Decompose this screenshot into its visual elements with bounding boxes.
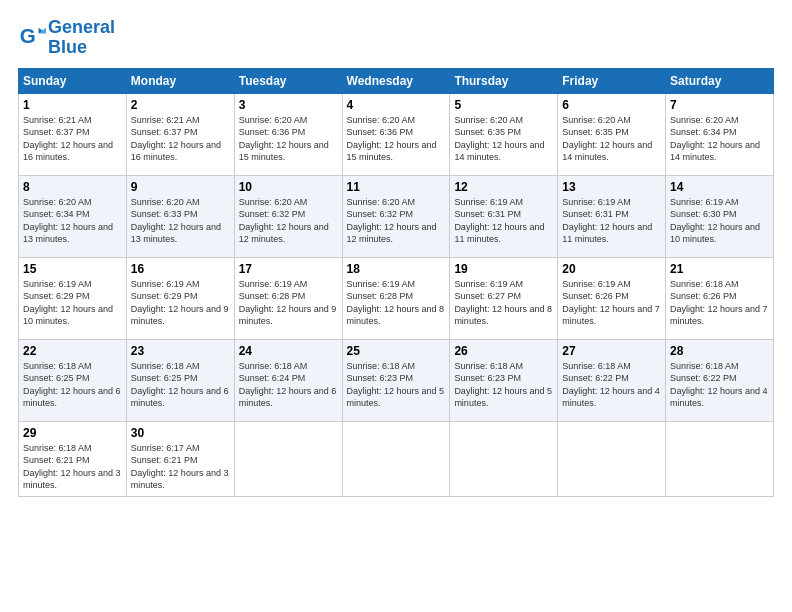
calendar-cell: 18Sunrise: 6:19 AMSunset: 6:28 PMDayligh… bbox=[342, 257, 450, 339]
day-info: Sunrise: 6:19 AMSunset: 6:26 PMDaylight:… bbox=[562, 278, 661, 328]
day-number: 22 bbox=[23, 344, 122, 358]
calendar-cell: 5Sunrise: 6:20 AMSunset: 6:35 PMDaylight… bbox=[450, 93, 558, 175]
day-info: Sunrise: 6:20 AMSunset: 6:36 PMDaylight:… bbox=[239, 114, 338, 164]
day-info: Sunrise: 6:20 AMSunset: 6:34 PMDaylight:… bbox=[23, 196, 122, 246]
weekday-header-saturday: Saturday bbox=[666, 68, 774, 93]
day-info: Sunrise: 6:20 AMSunset: 6:35 PMDaylight:… bbox=[454, 114, 553, 164]
weekday-header-friday: Friday bbox=[558, 68, 666, 93]
calendar-week-row: 22Sunrise: 6:18 AMSunset: 6:25 PMDayligh… bbox=[19, 339, 774, 421]
day-number: 1 bbox=[23, 98, 122, 112]
calendar-cell: 4Sunrise: 6:20 AMSunset: 6:36 PMDaylight… bbox=[342, 93, 450, 175]
weekday-header-sunday: Sunday bbox=[19, 68, 127, 93]
day-info: Sunrise: 6:18 AMSunset: 6:22 PMDaylight:… bbox=[670, 360, 769, 410]
calendar-cell: 1Sunrise: 6:21 AMSunset: 6:37 PMDaylight… bbox=[19, 93, 127, 175]
day-number: 24 bbox=[239, 344, 338, 358]
day-info: Sunrise: 6:20 AMSunset: 6:34 PMDaylight:… bbox=[670, 114, 769, 164]
day-number: 25 bbox=[347, 344, 446, 358]
day-info: Sunrise: 6:20 AMSunset: 6:35 PMDaylight:… bbox=[562, 114, 661, 164]
day-number: 3 bbox=[239, 98, 338, 112]
calendar-cell bbox=[342, 421, 450, 496]
calendar-cell: 28Sunrise: 6:18 AMSunset: 6:22 PMDayligh… bbox=[666, 339, 774, 421]
weekday-header-thursday: Thursday bbox=[450, 68, 558, 93]
svg-text:G: G bbox=[20, 24, 36, 47]
calendar-cell: 3Sunrise: 6:20 AMSunset: 6:36 PMDaylight… bbox=[234, 93, 342, 175]
day-info: Sunrise: 6:20 AMSunset: 6:32 PMDaylight:… bbox=[347, 196, 446, 246]
day-number: 11 bbox=[347, 180, 446, 194]
calendar-table: SundayMondayTuesdayWednesdayThursdayFrid… bbox=[18, 68, 774, 497]
calendar-cell: 13Sunrise: 6:19 AMSunset: 6:31 PMDayligh… bbox=[558, 175, 666, 257]
logo-text: General Blue bbox=[48, 18, 115, 58]
calendar-cell: 24Sunrise: 6:18 AMSunset: 6:24 PMDayligh… bbox=[234, 339, 342, 421]
day-number: 12 bbox=[454, 180, 553, 194]
calendar-cell: 2Sunrise: 6:21 AMSunset: 6:37 PMDaylight… bbox=[126, 93, 234, 175]
calendar-cell: 21Sunrise: 6:18 AMSunset: 6:26 PMDayligh… bbox=[666, 257, 774, 339]
day-info: Sunrise: 6:21 AMSunset: 6:37 PMDaylight:… bbox=[23, 114, 122, 164]
day-info: Sunrise: 6:21 AMSunset: 6:37 PMDaylight:… bbox=[131, 114, 230, 164]
day-number: 14 bbox=[670, 180, 769, 194]
day-number: 30 bbox=[131, 426, 230, 440]
header: G General Blue bbox=[18, 18, 774, 58]
calendar-cell: 23Sunrise: 6:18 AMSunset: 6:25 PMDayligh… bbox=[126, 339, 234, 421]
calendar-week-row: 8Sunrise: 6:20 AMSunset: 6:34 PMDaylight… bbox=[19, 175, 774, 257]
calendar-cell: 7Sunrise: 6:20 AMSunset: 6:34 PMDaylight… bbox=[666, 93, 774, 175]
calendar-cell: 9Sunrise: 6:20 AMSunset: 6:33 PMDaylight… bbox=[126, 175, 234, 257]
weekday-header-monday: Monday bbox=[126, 68, 234, 93]
day-info: Sunrise: 6:17 AMSunset: 6:21 PMDaylight:… bbox=[131, 442, 230, 492]
calendar-week-row: 1Sunrise: 6:21 AMSunset: 6:37 PMDaylight… bbox=[19, 93, 774, 175]
day-info: Sunrise: 6:18 AMSunset: 6:25 PMDaylight:… bbox=[131, 360, 230, 410]
calendar-cell: 15Sunrise: 6:19 AMSunset: 6:29 PMDayligh… bbox=[19, 257, 127, 339]
calendar-cell: 22Sunrise: 6:18 AMSunset: 6:25 PMDayligh… bbox=[19, 339, 127, 421]
day-number: 21 bbox=[670, 262, 769, 276]
day-number: 26 bbox=[454, 344, 553, 358]
calendar-cell: 25Sunrise: 6:18 AMSunset: 6:23 PMDayligh… bbox=[342, 339, 450, 421]
calendar-cell: 26Sunrise: 6:18 AMSunset: 6:23 PMDayligh… bbox=[450, 339, 558, 421]
day-number: 5 bbox=[454, 98, 553, 112]
day-info: Sunrise: 6:19 AMSunset: 6:28 PMDaylight:… bbox=[347, 278, 446, 328]
day-info: Sunrise: 6:18 AMSunset: 6:24 PMDaylight:… bbox=[239, 360, 338, 410]
calendar-cell bbox=[450, 421, 558, 496]
calendar-cell: 6Sunrise: 6:20 AMSunset: 6:35 PMDaylight… bbox=[558, 93, 666, 175]
day-number: 16 bbox=[131, 262, 230, 276]
day-number: 10 bbox=[239, 180, 338, 194]
day-number: 29 bbox=[23, 426, 122, 440]
day-number: 20 bbox=[562, 262, 661, 276]
day-info: Sunrise: 6:20 AMSunset: 6:33 PMDaylight:… bbox=[131, 196, 230, 246]
day-info: Sunrise: 6:18 AMSunset: 6:25 PMDaylight:… bbox=[23, 360, 122, 410]
weekday-header-wednesday: Wednesday bbox=[342, 68, 450, 93]
day-number: 4 bbox=[347, 98, 446, 112]
logo: G General Blue bbox=[18, 18, 115, 58]
logo-icon: G bbox=[18, 24, 46, 52]
calendar-cell: 19Sunrise: 6:19 AMSunset: 6:27 PMDayligh… bbox=[450, 257, 558, 339]
day-info: Sunrise: 6:20 AMSunset: 6:36 PMDaylight:… bbox=[347, 114, 446, 164]
day-info: Sunrise: 6:18 AMSunset: 6:22 PMDaylight:… bbox=[562, 360, 661, 410]
day-number: 19 bbox=[454, 262, 553, 276]
calendar-cell bbox=[558, 421, 666, 496]
day-number: 2 bbox=[131, 98, 230, 112]
calendar-week-row: 29Sunrise: 6:18 AMSunset: 6:21 PMDayligh… bbox=[19, 421, 774, 496]
day-number: 7 bbox=[670, 98, 769, 112]
day-number: 18 bbox=[347, 262, 446, 276]
calendar-cell: 14Sunrise: 6:19 AMSunset: 6:30 PMDayligh… bbox=[666, 175, 774, 257]
day-number: 27 bbox=[562, 344, 661, 358]
calendar-cell: 17Sunrise: 6:19 AMSunset: 6:28 PMDayligh… bbox=[234, 257, 342, 339]
day-info: Sunrise: 6:18 AMSunset: 6:23 PMDaylight:… bbox=[454, 360, 553, 410]
day-info: Sunrise: 6:18 AMSunset: 6:26 PMDaylight:… bbox=[670, 278, 769, 328]
calendar-cell: 8Sunrise: 6:20 AMSunset: 6:34 PMDaylight… bbox=[19, 175, 127, 257]
calendar-week-row: 15Sunrise: 6:19 AMSunset: 6:29 PMDayligh… bbox=[19, 257, 774, 339]
weekday-header-row: SundayMondayTuesdayWednesdayThursdayFrid… bbox=[19, 68, 774, 93]
day-info: Sunrise: 6:19 AMSunset: 6:31 PMDaylight:… bbox=[562, 196, 661, 246]
weekday-header-tuesday: Tuesday bbox=[234, 68, 342, 93]
calendar-cell: 29Sunrise: 6:18 AMSunset: 6:21 PMDayligh… bbox=[19, 421, 127, 496]
calendar-cell: 10Sunrise: 6:20 AMSunset: 6:32 PMDayligh… bbox=[234, 175, 342, 257]
calendar-cell: 27Sunrise: 6:18 AMSunset: 6:22 PMDayligh… bbox=[558, 339, 666, 421]
calendar-cell bbox=[666, 421, 774, 496]
day-info: Sunrise: 6:19 AMSunset: 6:29 PMDaylight:… bbox=[131, 278, 230, 328]
day-info: Sunrise: 6:19 AMSunset: 6:28 PMDaylight:… bbox=[239, 278, 338, 328]
day-info: Sunrise: 6:19 AMSunset: 6:30 PMDaylight:… bbox=[670, 196, 769, 246]
day-info: Sunrise: 6:19 AMSunset: 6:27 PMDaylight:… bbox=[454, 278, 553, 328]
day-number: 9 bbox=[131, 180, 230, 194]
calendar-cell: 12Sunrise: 6:19 AMSunset: 6:31 PMDayligh… bbox=[450, 175, 558, 257]
day-number: 13 bbox=[562, 180, 661, 194]
day-number: 23 bbox=[131, 344, 230, 358]
calendar-cell: 30Sunrise: 6:17 AMSunset: 6:21 PMDayligh… bbox=[126, 421, 234, 496]
